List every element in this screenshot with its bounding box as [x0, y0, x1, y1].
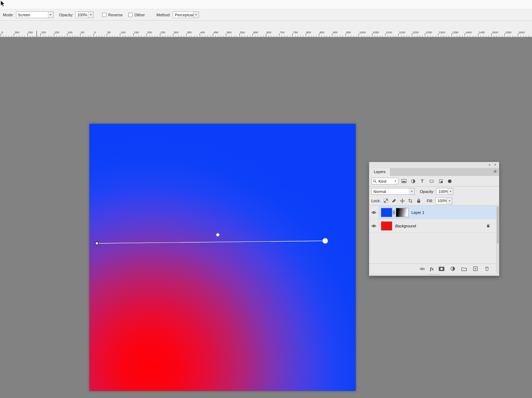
ruler-tick: 1300	[438, 33, 438, 37]
gradient-end-handle[interactable]	[323, 238, 328, 244]
background-visibility-toggle[interactable]	[369, 219, 379, 232]
filter-pixel-layers-icon[interactable]	[400, 178, 408, 184]
ruler-tick: 800	[306, 33, 306, 37]
lock-position-icon[interactable]	[399, 198, 405, 204]
ruler-tick: 1350	[451, 33, 452, 37]
mask-link-icon[interactable]	[393, 210, 395, 215]
layer-row-background[interactable]: Background	[369, 219, 499, 233]
panel-opacity-select[interactable]: 100% ▾	[436, 188, 453, 195]
fill-select[interactable]: 100% ▾	[435, 198, 452, 204]
blend-mode-select[interactable]: Normal ▾	[371, 188, 415, 195]
ruler-tick: 1250	[425, 33, 425, 37]
add-layer-mask-icon[interactable]	[438, 265, 445, 272]
panel-menu-icon[interactable]: ≡	[494, 169, 497, 174]
filtering-toggle-icon[interactable]	[448, 179, 451, 183]
link-layers-icon[interactable]	[419, 265, 426, 272]
ruler-tick: 200	[146, 33, 147, 37]
filter-kind-value: Kind	[377, 179, 393, 183]
chevron-down-icon: ▾	[48, 12, 53, 18]
layer-row-layer1[interactable]: Layer 1	[369, 206, 499, 219]
layers-list: Layer 1 Background	[369, 206, 499, 264]
new-layer-icon[interactable]	[472, 265, 479, 272]
ruler-tick: 1000	[359, 33, 359, 37]
ruler-tick: 0	[1, 33, 1, 37]
lock-row: Lock: Fill: 100% ▾	[369, 196, 499, 206]
method-label: Method:	[156, 13, 171, 17]
new-adjustment-layer-icon[interactable]	[449, 265, 456, 272]
mode-select[interactable]: Screen ▾	[16, 11, 54, 18]
layers-scrollbar[interactable]	[496, 206, 499, 273]
filter-smart-objects-icon[interactable]	[437, 178, 444, 184]
ruler-tick: 100	[67, 33, 67, 37]
gradient-start-handle[interactable]	[95, 242, 99, 245]
dither-checkbox[interactable]	[128, 13, 133, 17]
scrollbar-thumb[interactable]	[497, 206, 499, 244]
layer1-thumbnail[interactable]	[381, 208, 392, 217]
background-thumbnail[interactable]	[381, 221, 392, 231]
ruler-tick: 850	[319, 33, 319, 37]
document-canvas[interactable]	[89, 124, 356, 391]
ruler-tick: 500	[226, 33, 226, 37]
ruler-tick: 750	[292, 33, 293, 37]
layer1-mask-thumbnail[interactable]	[396, 208, 409, 217]
lock-artboard-icon[interactable]	[408, 198, 413, 204]
ruler-tick: 0	[94, 33, 94, 37]
layers-panel-footer: fx	[369, 264, 499, 273]
layer-name[interactable]: Layer 1	[411, 210, 425, 215]
ruler-position-indicator	[37, 31, 37, 37]
panel-opacity-value: 100%	[437, 189, 448, 194]
gradient-line[interactable]	[97, 241, 325, 243]
filter-type-layers-icon[interactable]: T	[419, 178, 426, 184]
ruler-tick: 1550	[504, 33, 505, 37]
layer-effects-icon[interactable]: fx	[430, 266, 434, 271]
layers-panel: « × Layers ≡ Kind ▾	[369, 162, 499, 276]
chevron-down-icon: ▾	[409, 188, 414, 194]
reverse-checkbox[interactable]	[102, 13, 106, 17]
gradient-midpoint-handle[interactable]	[216, 233, 220, 237]
new-group-icon[interactable]	[460, 265, 468, 272]
background-lock-icon	[487, 224, 490, 228]
filter-kind-select[interactable]: Kind ▾	[371, 178, 398, 184]
method-select-value: Perceptual	[173, 13, 193, 17]
panel-resize-grip[interactable]	[369, 273, 499, 276]
layer1-visibility-toggle[interactable]	[369, 206, 379, 219]
collapse-panel-icon[interactable]: «	[489, 163, 491, 167]
ruler-tick: 400	[200, 33, 200, 37]
canvas-workspace: « × Layers ≡ Kind ▾	[0, 37, 532, 398]
menu-strip	[0, 0, 532, 9]
eye-icon	[371, 211, 376, 214]
layer-filter-row: Kind ▾ T	[369, 176, 499, 187]
ruler-tick: 900	[332, 33, 332, 37]
opacity-select[interactable]: 100% ▾	[75, 11, 94, 18]
ruler-tick: 700	[279, 33, 279, 37]
tab-layers[interactable]: Layers	[369, 168, 390, 176]
chevron-down-icon: ▾	[393, 178, 398, 184]
mouse-cursor-icon	[0, 0, 5, 7]
ruler-tick: 150	[54, 33, 54, 37]
fill-value: 100%	[436, 199, 447, 203]
chevron-down-icon: ▾	[447, 198, 452, 204]
filter-adjustment-layers-icon[interactable]	[409, 178, 417, 184]
lock-transparent-pixels-icon[interactable]	[383, 198, 389, 204]
mode-label: Mode:	[3, 13, 14, 17]
dither-label: Dither	[134, 13, 145, 17]
blend-row: Normal ▾ Opacity: 100% ▾	[369, 187, 499, 196]
lock-image-pixels-icon[interactable]	[391, 198, 397, 204]
filter-shape-layers-icon[interactable]	[428, 178, 435, 184]
chevron-down-icon: ▾	[88, 12, 93, 18]
panel-tab-row: Layers ≡	[369, 168, 499, 176]
ruler-tick: 1200	[412, 33, 412, 37]
method-select[interactable]: Perceptual ▾	[173, 11, 199, 18]
close-panel-icon[interactable]: ×	[494, 163, 496, 167]
layers-panel-body: Kind ▾ T	[369, 176, 499, 273]
panel-titlebar: « ×	[369, 162, 499, 168]
tool-options-bar: Mode: Screen ▾ Opacity: 100% ▾ Reverse D…	[0, 9, 532, 21]
opacity-label: Opacity:	[59, 13, 73, 17]
ruler-tick: 1450	[478, 33, 478, 37]
delete-layer-icon[interactable]	[483, 265, 491, 272]
ruler-tick: 1050	[372, 33, 372, 37]
lock-all-icon[interactable]	[416, 198, 421, 204]
ruler[interactable]: 0300250200150100500501001502002503003504…	[0, 31, 532, 37]
ruler-tick: 50	[80, 33, 81, 37]
layer-name[interactable]: Background	[395, 224, 416, 228]
